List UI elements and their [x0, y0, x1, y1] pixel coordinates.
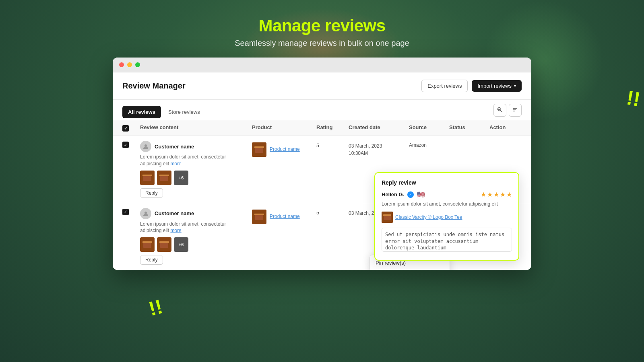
table-header: ✓ Review content Product Rating Created …	[113, 120, 531, 136]
sort-icon	[512, 107, 518, 114]
col-header-status: Status	[449, 124, 489, 132]
svg-rect-25	[144, 248, 146, 250]
app-window: Review Manager Export reviews Import rev…	[113, 58, 531, 270]
import-reviews-button[interactable]: Import reviews ▾	[472, 80, 522, 92]
row1-product-thumb	[252, 142, 266, 157]
star-4: ★	[500, 191, 506, 198]
svg-rect-24	[142, 241, 152, 243]
tabs: All reviews Store reviews	[122, 106, 206, 118]
reply-reviewer-row: Hellen G. ✓ 🇺🇸 ★ ★ ★ ★ ★	[382, 191, 512, 198]
star-5: ★	[506, 191, 512, 198]
traffic-light-red[interactable]	[119, 62, 124, 67]
row1-review-text: Lorem ipsum dolor sit amet, consectetur …	[140, 154, 246, 167]
col-header-source: Source	[409, 124, 449, 132]
row2-more-link[interactable]: more	[170, 228, 181, 233]
header-actions: Export reviews Import reviews ▾	[421, 80, 522, 92]
star-1: ★	[481, 191, 486, 198]
search-filter-icon	[497, 107, 503, 114]
import-chevron-icon: ▾	[514, 84, 516, 88]
row2-product-name[interactable]: Product name	[270, 214, 300, 220]
row1-reviewer-name: Customer name	[155, 144, 194, 150]
import-reviews-label: Import reviews	[477, 83, 512, 89]
row1-reviewer-row: Customer name	[140, 141, 246, 152]
svg-rect-26	[149, 248, 151, 250]
svg-rect-37	[383, 214, 391, 216]
row1-review-content: Customer name Lorem ipsum dolor sit amet…	[140, 141, 252, 198]
traffic-light-yellow[interactable]	[127, 62, 132, 67]
context-unpin-review[interactable]: Unpin review(s)	[370, 269, 450, 270]
svg-rect-10	[142, 175, 152, 176]
svg-rect-34	[254, 214, 264, 215]
row1-action	[489, 141, 522, 142]
svg-rect-19	[255, 147, 263, 153]
tab-all-reviews[interactable]: All reviews	[122, 106, 161, 118]
traffic-light-green[interactable]	[135, 62, 140, 67]
svg-rect-31	[166, 248, 167, 250]
search-filter-button[interactable]	[493, 104, 506, 117]
row1-image-more: +6	[174, 171, 188, 185]
select-all-checkbox[interactable]: ✓	[122, 125, 129, 132]
row2-reply-button[interactable]: Reply	[140, 255, 163, 265]
reply-review-body: Lorem ipsum dolor sit amet, consectetur …	[382, 201, 512, 208]
col-header-created-date: Created date	[349, 124, 409, 132]
page-subtitle: Seamlessly manage reviews in bulk on one…	[235, 39, 409, 48]
row1-reply-button[interactable]: Reply	[140, 188, 163, 198]
svg-rect-30	[161, 248, 163, 250]
reply-reviewer-name: Hellen G.	[382, 191, 404, 197]
flag-icon: 🇺🇸	[417, 191, 425, 198]
tabs-row: All reviews Store reviews	[113, 100, 531, 120]
svg-rect-11	[144, 181, 146, 183]
decoration-exclaim-left: !!	[147, 296, 165, 319]
row1-image-1	[140, 171, 155, 185]
col-header-product: Product	[252, 124, 316, 132]
tab-store-reviews[interactable]: Store reviews	[163, 106, 206, 118]
row2-avatar	[140, 208, 151, 219]
row1-rating: 5	[316, 141, 349, 148]
col-header-review-content: Review content	[140, 124, 252, 132]
verified-icon: ✓	[407, 191, 414, 198]
svg-rect-17	[166, 181, 167, 183]
reply-review-panel: Reply review Hellen G. ✓ 🇺🇸 ★ ★ ★ ★ ★ Lo…	[374, 172, 519, 261]
svg-rect-16	[161, 181, 163, 183]
reply-textarea[interactable]: Sed ut perspiciatis unde omnis iste natu…	[382, 228, 512, 252]
row2-rating: 5	[316, 208, 349, 216]
row1-product-name[interactable]: Product name	[270, 146, 300, 153]
col-header-rating: Rating	[316, 124, 349, 132]
row1-review-images: +6	[140, 171, 246, 185]
tab-actions	[493, 104, 522, 120]
row2-product-thumb	[252, 210, 266, 224]
export-reviews-button[interactable]: Export reviews	[421, 80, 468, 92]
row1-more-link[interactable]: more	[170, 161, 181, 167]
svg-rect-23	[143, 242, 151, 248]
page-header: Manage reviews Seamlessly manage reviews…	[235, 0, 409, 48]
sort-button[interactable]	[509, 104, 522, 117]
row2-reviewer-name: Customer name	[155, 210, 194, 216]
col-header-action: Action	[489, 124, 522, 132]
row2-review-text: Lorem ipsum dolor sit amet, consectetur …	[140, 221, 246, 234]
row1-status	[449, 141, 489, 142]
row2-image-1	[140, 237, 155, 252]
reply-product-name[interactable]: Classic Varcity ® Logo Box Tee	[395, 214, 462, 220]
svg-rect-33	[255, 214, 263, 220]
svg-rect-28	[160, 242, 168, 248]
check-icon: ✓	[124, 210, 127, 214]
star-rating: ★ ★ ★ ★ ★	[481, 191, 512, 198]
row1-image-2	[157, 171, 171, 185]
row2-image-more: +6	[174, 237, 188, 252]
app-title: Review Manager	[122, 81, 186, 90]
check-icon: ✓	[124, 126, 127, 131]
reply-panel-title: Reply review	[382, 179, 512, 186]
reply-product-thumb	[382, 212, 393, 223]
row1-source: Amazon	[409, 141, 449, 148]
check-icon: ✓	[124, 143, 127, 147]
row2-review-images: +6	[140, 237, 246, 252]
svg-rect-12	[149, 181, 151, 183]
row1-checkbox[interactable]: ✓	[122, 142, 129, 148]
svg-line-1	[501, 110, 502, 112]
row1-product: Product name	[252, 141, 316, 157]
row2-checkbox[interactable]: ✓	[122, 209, 129, 215]
row2-image-2	[157, 237, 171, 252]
svg-rect-9	[143, 175, 151, 181]
row2-review-content: Customer name Lorem ipsum dolor sit amet…	[140, 208, 252, 265]
page-title: Manage reviews	[235, 16, 409, 35]
